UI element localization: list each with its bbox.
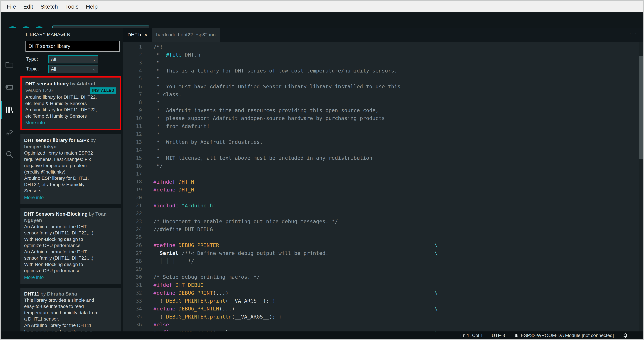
editor-tab-bar: DHT.h×hardcoded-dht22-esp32.ino [123,28,643,42]
code-token: #ifndef [154,179,178,185]
code-text: * Written by Adafruit Industries. [142,139,263,145]
type-filter-select[interactable]: All ⌄ [48,55,98,63]
library-entry-description: requirements. Last changes: Fix [24,156,118,163]
library-entry-description: easy-to-use interface to read [24,303,118,310]
code-line: 32#define DEBUG_PRINT(...)\ [123,289,643,297]
library-entry[interactable]: DHT sensor library for ESPx by beegee_to… [20,134,121,204]
code-token: #define [154,187,178,193]
code-token: * [154,131,160,137]
code-token: │ │ │ │ [160,258,184,264]
code-line: 3 * [123,59,643,67]
menu-item-file[interactable]: File [3,1,20,13]
tab-hardcoded-dht22-esp32-ino[interactable]: hardcoded-dht22-esp32.ino [152,28,220,42]
code-token: DEBUG_PRINTER [166,298,207,304]
library-entry-description: a DHT11 sensor. [24,316,118,322]
library-entry[interactable]: DHT sensor library by AdafruitVersion 1.… [20,76,121,130]
line-continuation-backslash: \ [434,290,438,296]
library-entry[interactable]: DHT11 by Dhruba SahaThis library provide… [20,288,121,331]
library-entry-by: by [88,211,96,217]
library-entry-description: (credits @helijunky) [24,169,118,175]
library-entry-header: DHT11 by Dhruba Saha [24,291,118,297]
line-number: 15 [123,155,142,161]
code-line: 21#include "Arduino.h" [123,202,643,210]
folder-icon [5,60,14,70]
code-token: #define [154,242,178,248]
topic-filter-label: Topic: [26,66,39,72]
tab-label: DHT.h [128,32,141,38]
more-info-link[interactable]: More info [24,274,118,281]
line-number: 36 [123,322,142,327]
line-number: 21 [123,203,142,208]
menu-item-tools[interactable]: Tools [62,1,82,13]
bug-icon [5,128,14,138]
code-line: 29 [123,265,643,273]
menu-item-sketch[interactable]: Sketch [37,1,62,13]
code-token: DEBUG_PRINTER [166,314,207,320]
editor-scrollbar-track[interactable] [639,42,643,331]
editor-scrollbar-thumb[interactable] [639,56,643,159]
code-text: * please support Adafruit andopen-source… [142,115,385,121]
code-line: 26#define DEBUG_PRINTER\ [123,241,643,249]
more-actions-icon[interactable]: ··· [629,30,637,37]
code-token: * This is a library for DHT series of lo… [154,68,398,74]
line-number: 13 [123,139,142,145]
code-line: 33 { DEBUG_PRINTER.print(__VA_ARGS__); } [123,297,643,305]
code-line: 23/* Uncomment to enable printing out ni… [123,218,643,225]
sidebar-item-library-manager[interactable] [1,101,18,119]
library-entry-title: DHT Sensors Non-Blocking [24,211,88,217]
sidebar-item-sketchbook[interactable] [1,56,18,74]
library-entry-description: Arduino ESP library for DHT11, [24,175,118,182]
code-text: /* Setup debug printing macros. */ [142,274,260,280]
board-icon [5,82,14,92]
library-entry-by: by [69,81,76,86]
code-token: { [154,298,166,304]
cursor-position[interactable]: Ln 1, Col 1 [460,333,483,338]
library-entry-description: With Non-Blocking design to [24,261,118,268]
board-status[interactable]: ESP32-WROOM-DA Module [not connected] [514,333,614,338]
code-token: DHT_H [178,179,194,185]
sidebar-item-boards-manager[interactable] [1,78,18,97]
line-continuation-backslash: \ [434,242,438,248]
code-token: __VA_ARGS__ [228,298,263,304]
library-search-input[interactable] [26,41,120,52]
library-entry-version: Version 1.4.6 [25,88,52,93]
code-text: * [142,131,160,137]
code-token: * MIT license, all text above must be in… [154,155,372,161]
bell-icon [622,333,628,338]
code-editor[interactable]: 1/*!2 * @file DHT.h3 *4 * This is a libr… [123,42,643,331]
code-token: Serial [160,250,178,256]
menu-item-help[interactable]: Help [82,1,101,13]
line-number: 29 [123,266,142,272]
code-token: #ifdef [154,282,176,288]
line-number: 28 [123,258,142,264]
menu-item-edit[interactable]: Edit [20,1,37,13]
code-token: (...) [219,306,235,312]
code-text: * This is a library for DHT series of lo… [142,68,398,74]
line-number: 24 [123,226,142,232]
code-token [185,258,188,264]
code-line: 37#define DEBUG_PRINT(...)\ [123,328,643,331]
library-entry-description: Optimized libray to match ESP32 [24,150,118,156]
code-text: //#define DHT_DEBUG [142,226,213,232]
code-text: * [142,76,160,82]
code-token: __VA_ARGS__ [235,314,269,320]
code-token: DHT.h [182,52,200,58]
tab-dht-h[interactable]: DHT.h× [123,28,152,42]
topic-filter-value: All [48,66,92,72]
code-text: */ [142,163,163,169]
line-number: 14 [123,147,142,153]
topic-filter-select[interactable]: All ⌄ [48,65,98,73]
library-entry-description: Arduino library for DHT11, DHT22, [25,94,116,100]
code-token: * [154,147,160,153]
close-icon[interactable]: × [144,32,148,38]
line-number: 7 [123,91,142,97]
encoding-indicator[interactable]: UTF-8 [492,333,505,338]
library-entry[interactable]: DHT Sensors Non-Blocking by Toan NguyenA… [20,208,121,284]
sidebar-item-debug[interactable] [1,123,18,142]
code-token: /* Uncomment to enable printing out nice… [154,218,338,224]
notifications-button[interactable] [622,333,628,338]
sidebar-item-search[interactable] [1,145,18,164]
library-entry-by: by [89,138,96,143]
more-info-link[interactable]: More info [25,119,116,126]
more-info-link[interactable]: More info [24,194,118,201]
